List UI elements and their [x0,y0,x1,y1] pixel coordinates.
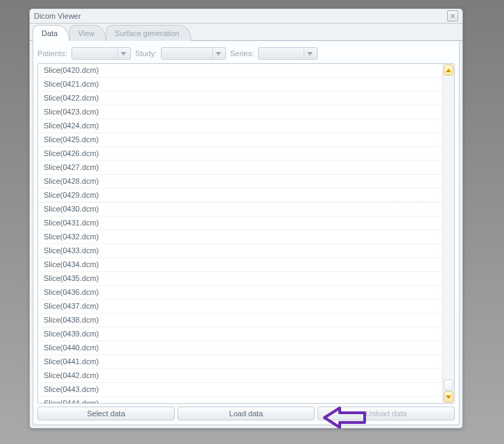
slice-list: Slice(0420.dcm)Slice(0421.dcm)Slice(0422… [37,63,455,404]
tab-data[interactable]: Data [33,25,69,41]
list-item[interactable]: Slice(0429.dcm) [38,189,443,203]
caret-up-icon [446,69,451,72]
list-item[interactable]: Slice(0420.dcm) [38,64,443,78]
close-button[interactable] [447,10,458,22]
list-item[interactable]: Slice(0421.dcm) [38,78,443,92]
titlebar: Dicom Viewer [30,9,462,24]
list-item[interactable]: Slice(0423.dcm) [38,105,443,119]
list-item[interactable]: Slice(0438.dcm) [38,314,443,327]
patients-combo[interactable] [71,47,131,60]
scrollbar[interactable] [442,64,454,403]
patients-label: Patients: [37,49,67,58]
list-item[interactable]: Slice(0437.dcm) [38,300,443,314]
tab-surface[interactable]: Surface generation [106,25,191,41]
tab-view[interactable]: View [69,25,107,41]
chevron-down-icon [304,49,315,58]
series-label: Series: [230,49,254,58]
scroll-down-button[interactable] [444,391,453,402]
scroll-up-button[interactable] [444,65,453,76]
list-item[interactable]: Slice(0444.dcm) [38,397,443,403]
window-title: Dicom Viewer [34,9,81,23]
chevron-down-icon [212,49,224,58]
list-item[interactable]: Slice(0430.dcm) [38,203,443,216]
list-item[interactable]: Slice(0441.dcm) [38,355,443,369]
load-data-button[interactable]: Load data [177,407,315,420]
list-item[interactable]: Slice(0436.dcm) [38,286,443,300]
select-data-button[interactable]: Select data [37,407,175,420]
study-combo[interactable] [161,47,226,60]
list-item[interactable]: Slice(0439.dcm) [38,327,443,341]
unload-data-button[interactable]: Unload data [318,407,455,420]
list-item[interactable]: Slice(0422.dcm) [38,92,443,105]
series-combo[interactable] [258,47,318,60]
chevron-down-icon [117,49,129,58]
button-row: Select data Load data Unload data [37,407,455,420]
caret-down-icon [446,395,451,399]
scrollbar-thumb[interactable] [444,379,453,391]
tab-strip: Data View Surface generation [30,25,462,41]
list-item[interactable]: Slice(0442.dcm) [38,369,443,383]
filter-row: Patients: Study: Series: [37,45,455,62]
list-item[interactable]: Slice(0434.dcm) [38,258,443,272]
list-item[interactable]: Slice(0443.dcm) [38,383,443,397]
list-item[interactable]: Slice(0440.dcm) [38,341,443,355]
tab-body-data: Patients: Study: Series: Slice(0420.dcm)… [33,41,460,425]
list-item[interactable]: Slice(0425.dcm) [38,133,443,147]
list-item[interactable]: Slice(0424.dcm) [38,119,443,133]
close-icon [450,13,455,19]
study-label: Study: [135,49,157,58]
list-item[interactable]: Slice(0431.dcm) [38,216,443,230]
list-item[interactable]: Slice(0427.dcm) [38,161,443,175]
slice-list-viewport: Slice(0420.dcm)Slice(0421.dcm)Slice(0422… [38,64,443,403]
list-item[interactable]: Slice(0433.dcm) [38,244,443,258]
list-item[interactable]: Slice(0428.dcm) [38,175,443,189]
list-item[interactable]: Slice(0426.dcm) [38,147,443,161]
list-item[interactable]: Slice(0435.dcm) [38,272,443,286]
list-item[interactable]: Slice(0432.dcm) [38,230,443,244]
dicom-viewer-dialog: Dicom Viewer Data View Surface generatio… [29,8,463,429]
